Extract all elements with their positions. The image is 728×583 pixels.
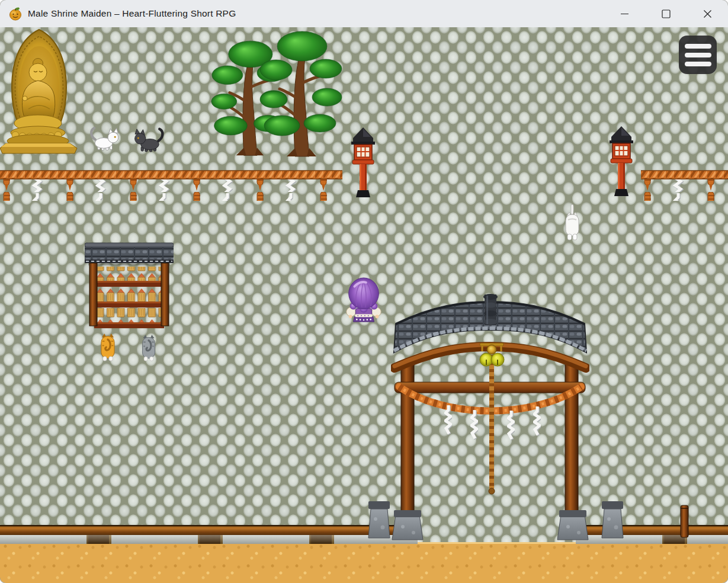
pine-tree-right xyxy=(256,27,346,158)
orange-tabby-cat xyxy=(98,333,117,361)
buddha-statue xyxy=(0,28,78,154)
close-icon xyxy=(703,9,712,18)
shrine-gate xyxy=(391,293,589,542)
titlebar: Male Shrine Maiden – Heart-Fluttering Sh… xyxy=(0,0,728,27)
wood-edge-right xyxy=(576,525,728,535)
wood-fence-post xyxy=(679,505,691,539)
charm-shelf xyxy=(85,242,174,328)
roof-finial xyxy=(483,294,498,325)
window-title: Male Shrine Maiden – Heart-Fluttering Sh… xyxy=(28,8,236,19)
shrine-lantern-left xyxy=(349,127,377,199)
app-icon-orange-fruit xyxy=(8,6,23,21)
paper-streamer xyxy=(508,411,514,440)
window-controls xyxy=(604,0,728,27)
shrine-lantern-right xyxy=(608,126,635,198)
sand-path xyxy=(0,542,728,583)
shimenawa-fence-right xyxy=(641,169,728,201)
hamburger-menu-icon xyxy=(685,53,711,57)
stone-pillar-right xyxy=(601,501,624,540)
gate-post-base-left xyxy=(392,510,423,540)
shimenawa-fence-left xyxy=(0,169,342,201)
white-cat-back xyxy=(563,204,582,241)
stone-pillar-left xyxy=(367,501,391,540)
maximize-icon xyxy=(662,9,671,18)
black-cat xyxy=(131,126,168,152)
paper-streamer xyxy=(472,410,477,439)
player-character xyxy=(346,277,381,322)
white-cat xyxy=(88,125,121,151)
wood-edge-left xyxy=(0,525,418,535)
bell-rope xyxy=(489,355,495,494)
close-button[interactable] xyxy=(687,0,728,27)
gate-post-base-right xyxy=(557,510,588,540)
stone-curb-right xyxy=(576,534,728,544)
minimize-icon xyxy=(620,9,629,18)
gray-tabby-cat xyxy=(140,333,158,363)
maximize-button[interactable] xyxy=(645,0,687,27)
game-window: Male Shrine Maiden – Heart-Fluttering Sh… xyxy=(0,0,728,583)
game-viewport[interactable] xyxy=(0,27,728,583)
hamburger-menu-icon xyxy=(685,62,711,66)
paper-streamer xyxy=(534,406,540,435)
hamburger-menu-icon xyxy=(685,44,711,49)
stone-curb-left xyxy=(0,534,418,544)
minimize-button[interactable] xyxy=(604,0,645,27)
menu-button[interactable] xyxy=(679,36,717,74)
